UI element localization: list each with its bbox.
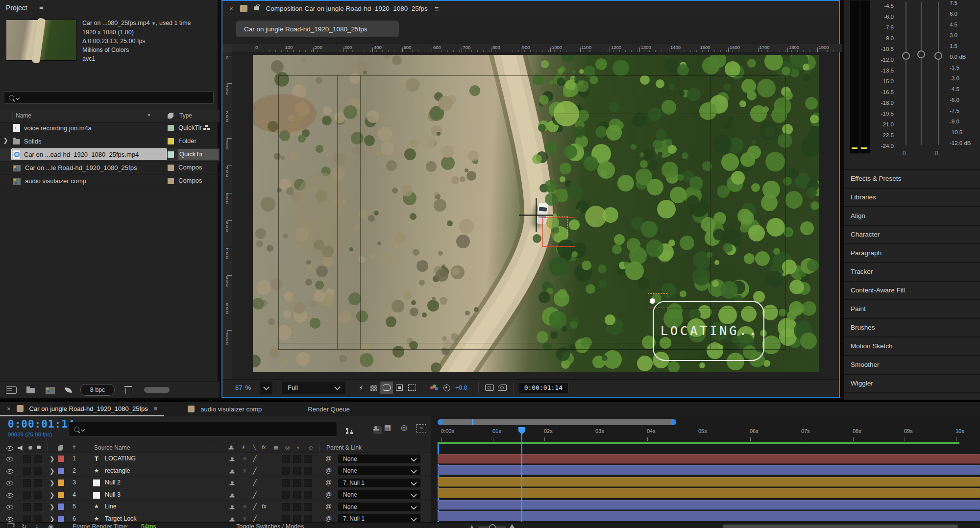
- timeline-search-input[interactable]: [69, 422, 337, 436]
- interpret-footage-icon[interactable]: [6, 386, 17, 394]
- collapse-switch[interactable]: ☀: [242, 467, 247, 475]
- motion-blur-icon[interactable]: ◎: [401, 423, 407, 432]
- item-name[interactable]: Car on ...le Road-hd_1920_1080_25fps: [25, 164, 137, 171]
- layer-row[interactable]: ❯ 4 Null 3 ☀ ╱ fx @ None: [0, 489, 431, 502]
- lock-toggle-well[interactable]: [34, 455, 42, 463]
- close-icon[interactable]: ×: [229, 5, 233, 12]
- search-options-chevron-icon[interactable]: [16, 96, 20, 100]
- threed-well[interactable]: [304, 455, 312, 463]
- channels-icon[interactable]: [428, 382, 441, 394]
- label-color-chip[interactable]: [168, 178, 174, 184]
- layer-duration-bar[interactable]: [438, 488, 980, 498]
- project-item-row[interactable]: ❯ voice recording jon.m4a QuickTir: [0, 122, 220, 135]
- motion-blur-well[interactable]: [293, 491, 301, 499]
- audio-column-icon[interactable]: [18, 445, 24, 452]
- audio-slider-right[interactable]: [938, 2, 939, 145]
- layer-row[interactable]: ❯ 3 Null 2 ☀ ╱ fx @ 7. Null 1: [0, 477, 431, 489]
- panel-tab[interactable]: Paint: [844, 300, 980, 319]
- pickwhip-icon[interactable]: @: [325, 455, 332, 462]
- slider-value-left[interactable]: 0: [903, 150, 906, 157]
- tab-label[interactable]: Car on jungle Road-hd_1920_1080_25fps: [29, 405, 148, 412]
- pickwhip-icon[interactable]: @: [325, 479, 332, 486]
- item-name[interactable]: audio visulaizer comp: [25, 177, 86, 185]
- threed-well[interactable]: [304, 503, 312, 511]
- grid-guides-icon[interactable]: [406, 382, 418, 394]
- panel-tab[interactable]: Motion Sketch: [844, 337, 980, 356]
- timeline-tab-comp2[interactable]: audio visulaizer comp: [181, 402, 269, 416]
- fast-previews-icon[interactable]: ⚡: [355, 382, 368, 394]
- project-item-row[interactable]: ❯ audio visulaizer comp Compos: [0, 175, 220, 188]
- track-point-crosshair-v[interactable]: [536, 198, 537, 232]
- new-folder-icon[interactable]: [26, 388, 35, 393]
- render-queue-tab[interactable]: Render Queue: [308, 406, 349, 413]
- layer-color-chip[interactable]: [58, 492, 64, 498]
- label-column-icon[interactable]: [58, 445, 63, 451]
- frame-blend-well[interactable]: [282, 491, 290, 499]
- parent-dropdown[interactable]: 7. Null 1: [338, 479, 420, 487]
- zoom-dropdown[interactable]: [260, 382, 272, 394]
- mask-visibility-icon[interactable]: [380, 382, 393, 394]
- expand-arrows-icon[interactable]: ↕: [35, 523, 38, 528]
- exposure-icon[interactable]: [441, 382, 453, 394]
- layer-visibility-icon[interactable]: [6, 480, 14, 487]
- layer-duration-bar[interactable]: [438, 477, 980, 487]
- locating-callout[interactable]: LOCATING..: [653, 301, 764, 361]
- frame-blend-switch-icon[interactable]: ▦: [273, 444, 278, 451]
- shy-switch-icon[interactable]: [228, 445, 234, 451]
- twirl-icon[interactable]: ❯: [49, 515, 54, 523]
- layer-name[interactable]: rectangle: [105, 467, 130, 474]
- zoom-out-mountain-icon[interactable]: [470, 525, 473, 528]
- project-search-input[interactable]: [4, 91, 214, 104]
- audio-toggle-well[interactable]: [23, 479, 31, 487]
- composition-panel-title[interactable]: Composition Car on jungle Road-hd_1920_1…: [266, 5, 428, 12]
- region-of-interest-icon[interactable]: [393, 382, 406, 394]
- frame-blend-well[interactable]: [282, 455, 290, 463]
- resolution-dropdown[interactable]: Full: [282, 382, 345, 394]
- column-source-name[interactable]: Source Name: [94, 444, 130, 451]
- project-tab[interactable]: Project: [6, 4, 27, 12]
- audio-slider-mid[interactable]: [921, 2, 922, 145]
- slider-knob-right[interactable]: [934, 52, 942, 60]
- caret-down-icon[interactable]: ▼: [151, 21, 156, 26]
- lock-column-icon[interactable]: [36, 443, 41, 451]
- motion-blur-well[interactable]: [293, 479, 301, 487]
- current-time-indicator-line[interactable]: [521, 433, 522, 522]
- motion-blur-well[interactable]: [293, 503, 301, 511]
- twirl-icon[interactable]: ❯: [49, 479, 54, 486]
- layer-name[interactable]: LOCATING: [105, 455, 136, 462]
- unlock-icon[interactable]: [254, 6, 259, 10]
- lock-toggle-well[interactable]: [34, 503, 42, 511]
- lock-toggle-well[interactable]: [34, 479, 42, 487]
- layer-visibility-icon[interactable]: [6, 456, 14, 463]
- frame-render-value[interactable]: 54ms: [141, 523, 156, 528]
- label-color-icon[interactable]: [168, 113, 173, 119]
- horizontal-ruler[interactable]: 0100200300400500600700800900100011001200…: [232, 44, 861, 52]
- video-column-icon[interactable]: [6, 445, 14, 453]
- composition-mini-tab[interactable]: Car on jungle Road-hd_1920_1080_25fps: [236, 21, 399, 37]
- layer-color-chip[interactable]: [58, 516, 64, 522]
- twirl-icon[interactable]: ❯: [49, 467, 54, 475]
- scroll-pill[interactable]: [144, 387, 170, 393]
- parent-dropdown[interactable]: None: [338, 466, 420, 475]
- navigator-start-handle[interactable]: [438, 419, 442, 425]
- timeline-tab-active[interactable]: × Car on jungle Road-hd_1920_1080_25fps …: [0, 402, 164, 416]
- slider-value-right[interactable]: 0: [935, 150, 938, 157]
- layer-row[interactable]: ❯ 5 ★ Line ☀ ╱ fx @ None: [0, 501, 431, 513]
- quality-switch[interactable]: ╱: [253, 515, 257, 523]
- panel-tab[interactable]: Brushes: [844, 319, 980, 337]
- close-icon[interactable]: ×: [7, 405, 11, 412]
- twirl-icon[interactable]: ❯: [49, 503, 54, 510]
- layer-name[interactable]: Line: [105, 503, 117, 510]
- label-color-chip[interactable]: [168, 125, 174, 131]
- lock-toggle-well[interactable]: [34, 515, 42, 523]
- column-name[interactable]: Name: [16, 112, 31, 119]
- parent-dropdown[interactable]: None: [338, 503, 420, 511]
- slider-knob-mid[interactable]: [917, 50, 925, 58]
- layer-duration-bar[interactable]: [438, 511, 980, 521]
- toggle-switches-label[interactable]: Toggle Switches / Modes: [236, 523, 304, 528]
- tab-label[interactable]: audio visulaizer comp: [200, 406, 262, 413]
- audio-toggle-well[interactable]: [23, 491, 31, 499]
- audio-slider-left[interactable]: [906, 2, 906, 145]
- comp-label-chip[interactable]: [240, 5, 247, 12]
- motion-blur-well[interactable]: [293, 455, 301, 463]
